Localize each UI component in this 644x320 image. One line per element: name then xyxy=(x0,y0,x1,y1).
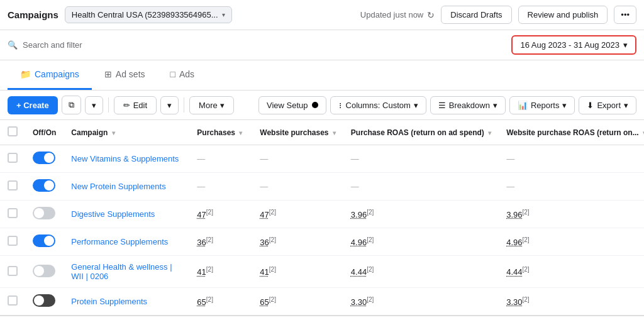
copy-button[interactable]: ⧉ xyxy=(62,96,81,114)
account-selector[interactable]: Health Central USA (52398933564965... ▾ xyxy=(65,6,232,23)
row-purchases-cell: 41[2] xyxy=(189,256,252,288)
row-wroas-cell: 3.96[2] xyxy=(499,201,644,228)
select-all-checkbox[interactable] xyxy=(8,126,18,136)
date-range-label: 16 Aug 2023 - 31 Aug 2023 xyxy=(520,40,619,50)
columns-button[interactable]: ⫶ Columns: Custom ▾ xyxy=(330,96,426,114)
campaign-toggle[interactable] xyxy=(33,152,55,164)
create-button[interactable]: + Create xyxy=(8,96,58,114)
th-purchases[interactable]: Purchases ▾ xyxy=(189,120,252,145)
th-website-roas[interactable]: Website purchase ROAS (return on... ▾ xyxy=(499,120,644,145)
date-range-button[interactable]: 16 Aug 2023 - 31 Aug 2023 ▾ xyxy=(511,35,636,55)
purchases-value: 36 xyxy=(197,238,206,247)
campaign-toggle[interactable] xyxy=(33,265,55,277)
row-purchases-cell: 47[2] xyxy=(189,201,252,228)
campaign-link[interactable]: Digestive Supplements xyxy=(71,209,155,219)
copy-chevron-button[interactable]: ▾ xyxy=(85,96,103,114)
th-roas[interactable]: Purchase ROAS (return on ad spend) ▾ xyxy=(343,120,499,145)
row-wpurchases-cell: — xyxy=(252,173,343,201)
campaign-link[interactable]: General Health & wellness | WII | 0206 xyxy=(71,262,172,281)
th-website-purchases[interactable]: Website purchases ▾ xyxy=(252,120,343,145)
review-publish-button[interactable]: Review and publish xyxy=(518,6,608,24)
edit-label: Edit xyxy=(133,101,147,110)
wpurchases-value: — xyxy=(260,182,268,191)
row-checkbox[interactable] xyxy=(8,208,18,218)
topbar-more-button[interactable]: ••• xyxy=(614,6,636,24)
campaign-link[interactable]: New Protein Supplements xyxy=(71,182,165,191)
row-campaign-cell: Protein Supplements xyxy=(64,288,189,316)
row-campaign-cell: Performance Supplements xyxy=(64,228,189,256)
row-checkbox[interactable] xyxy=(8,266,18,276)
edit-chevron-button[interactable]: ▾ xyxy=(160,96,179,114)
table-row: Digestive Supplements 47[2] 47[2] 3.96[2… xyxy=(0,201,644,228)
campaign-link[interactable]: New Vitamins & Supplements xyxy=(71,154,179,163)
row-campaign-cell: Digestive Supplements xyxy=(64,201,189,228)
reports-chevron-icon: ▾ xyxy=(562,101,567,110)
row-checkbox-cell xyxy=(0,256,25,288)
topbar: Campaigns Health Central USA (5239893356… xyxy=(0,0,644,30)
table-row: General Health & wellness | WII | 0206 4… xyxy=(0,256,644,288)
campaign-toggle[interactable] xyxy=(33,207,55,219)
reports-button[interactable]: 📊 Reports ▾ xyxy=(509,96,575,114)
row-purchases-cell: 65[2] xyxy=(189,288,252,316)
table-row: Protein Supplements 65[2] 65[2] 3.30[2] … xyxy=(0,288,644,316)
app-title: Campaigns xyxy=(8,9,58,20)
row-checkbox[interactable] xyxy=(8,180,18,190)
campaign-toggle[interactable] xyxy=(33,179,55,192)
roas-value: — xyxy=(351,182,359,191)
row-toggle-cell xyxy=(25,288,64,316)
row-wroas-cell: 4.44[2] xyxy=(499,256,644,288)
refresh-icon[interactable]: ↻ xyxy=(427,10,435,20)
row-roas-cell: 4.96[2] xyxy=(343,228,499,256)
copy-icon: ⧉ xyxy=(69,100,74,109)
row-checkbox-cell xyxy=(0,288,25,316)
date-range-chevron-icon: ▾ xyxy=(623,40,628,50)
row-checkbox[interactable] xyxy=(8,295,18,306)
row-wpurchases-cell: 65[2] xyxy=(252,288,343,316)
view-setup-label: View Setup xyxy=(267,101,308,110)
edit-chevron-icon: ▾ xyxy=(167,101,172,110)
campaign-link[interactable]: Protein Supplements xyxy=(71,297,147,306)
roas-value: 4.96 xyxy=(351,238,367,247)
row-campaign-cell: New Protein Supplements xyxy=(64,173,189,201)
purchases-sort-icon: ▾ xyxy=(239,130,242,136)
roas-sort-icon: ▾ xyxy=(488,130,491,136)
table-footer-row: Results from 16 campaigns ℹ Excludes del… xyxy=(0,316,644,320)
search-icon: 🔍 xyxy=(8,40,18,50)
more-label: More xyxy=(199,101,218,110)
toolbar-divider-2 xyxy=(184,97,184,113)
th-campaign[interactable]: Campaign ▾ xyxy=(64,120,189,145)
columns-icon: ⫶ xyxy=(338,101,343,110)
breakdown-label: Breakdown xyxy=(449,101,490,110)
export-button[interactable]: ⬇ Export ▾ xyxy=(579,96,636,114)
discard-drafts-button[interactable]: Discard Drafts xyxy=(441,6,511,24)
row-toggle-cell xyxy=(25,145,64,173)
edit-button[interactable]: ✏ Edit xyxy=(114,96,157,114)
row-wroas-cell: 4.96[2] xyxy=(499,228,644,256)
breakdown-button[interactable]: ☰ Breakdown ▾ xyxy=(430,96,506,114)
export-chevron-icon: ▾ xyxy=(624,101,628,110)
tab-ads[interactable]: □ Ads xyxy=(158,60,208,90)
search-area: 🔍 Search and filter xyxy=(8,40,511,50)
campaign-toggle[interactable] xyxy=(33,294,55,307)
row-checkbox[interactable] xyxy=(8,153,18,163)
row-checkbox[interactable] xyxy=(8,236,18,246)
search-placeholder[interactable]: Search and filter xyxy=(23,40,82,50)
campaign-toggle[interactable] xyxy=(33,234,55,247)
row-wpurchases-cell: 41[2] xyxy=(252,256,343,288)
more-button[interactable]: More ▾ xyxy=(189,96,234,114)
wpurchases-value: 41 xyxy=(260,268,269,277)
purchases-value: — xyxy=(197,154,205,163)
campaigns-tab-icon: 📁 xyxy=(20,69,31,79)
row-toggle-cell xyxy=(25,228,64,256)
purchases-value: — xyxy=(197,182,205,191)
toolbar-divider-1 xyxy=(108,97,109,113)
edit-icon: ✏ xyxy=(123,101,130,110)
tab-ads-label: Ads xyxy=(179,69,194,79)
tab-adsets[interactable]: ⊞ Ad sets xyxy=(92,60,158,90)
tab-campaigns[interactable]: 📁 Campaigns xyxy=(8,60,92,90)
footer-wroas-cell: 4.03 Average xyxy=(499,316,644,320)
columns-label: Columns: Custom xyxy=(346,101,411,110)
breakdown-chevron-icon: ▾ xyxy=(493,101,497,110)
campaign-link[interactable]: Performance Supplements xyxy=(71,237,168,246)
view-setup-button[interactable]: View Setup xyxy=(258,96,326,114)
